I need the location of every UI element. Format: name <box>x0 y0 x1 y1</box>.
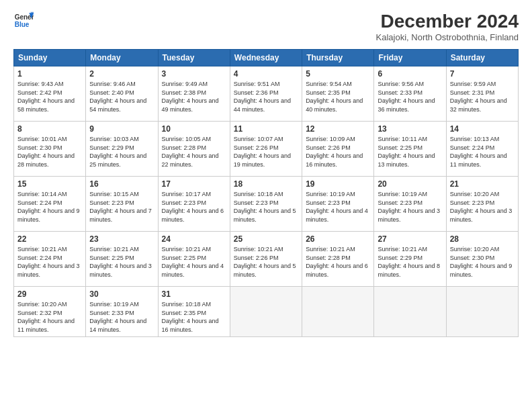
cell-details: Sunrise: 10:20 AMSunset: 2:32 PMDaylight… <box>17 300 82 334</box>
calendar-cell: 20Sunrise: 10:19 AMSunset: 2:23 PMDaylig… <box>374 177 446 232</box>
calendar-day-header: Monday <box>86 50 158 66</box>
cell-details: Sunrise: 9:59 AMSunset: 2:31 PMDaylight:… <box>450 80 515 113</box>
calendar-week-row: 22Sunrise: 10:21 AMSunset: 2:24 PMDaylig… <box>14 232 519 287</box>
calendar-cell: 27Sunrise: 10:21 AMSunset: 2:29 PMDaylig… <box>374 232 446 287</box>
day-number: 3 <box>162 69 226 79</box>
day-number: 13 <box>378 124 442 134</box>
day-number: 22 <box>17 234 82 244</box>
cell-details: Sunrise: 10:21 AMSunset: 2:28 PMDaylight… <box>306 245 370 279</box>
cell-details: Sunrise: 10:17 AMSunset: 2:23 PMDaylight… <box>162 190 226 224</box>
day-number: 30 <box>89 289 154 299</box>
day-number: 7 <box>450 69 515 79</box>
cell-details: Sunrise: 10:18 AMSunset: 2:23 PMDaylight… <box>234 190 298 224</box>
calendar-cell: 4Sunrise: 9:51 AMSunset: 2:36 PMDaylight… <box>230 66 302 122</box>
cell-details: Sunrise: 10:21 AMSunset: 2:29 PMDaylight… <box>378 245 442 279</box>
cell-details: Sunrise: 10:21 AMSunset: 2:25 PMDaylight… <box>162 245 226 279</box>
calendar-cell: 8Sunrise: 10:01 AMSunset: 2:30 PMDayligh… <box>14 122 86 177</box>
calendar-cell: 1Sunrise: 9:43 AMSunset: 2:42 PMDaylight… <box>14 66 86 122</box>
day-number: 12 <box>306 124 370 134</box>
page-subtitle: Kalajoki, North Ostrobothnia, Finland <box>376 32 519 42</box>
day-number: 20 <box>378 179 442 189</box>
calendar-day-header: Friday <box>374 50 446 66</box>
calendar-cell: 28Sunrise: 10:20 AMSunset: 2:30 PMDaylig… <box>446 232 518 287</box>
cell-details: Sunrise: 10:21 AMSunset: 2:24 PMDaylight… <box>17 245 82 279</box>
calendar-day-header: Sunday <box>14 50 86 66</box>
calendar-cell: 24Sunrise: 10:21 AMSunset: 2:25 PMDaylig… <box>158 232 230 287</box>
calendar-cell <box>374 287 446 337</box>
cell-details: Sunrise: 10:03 AMSunset: 2:29 PMDaylight… <box>89 135 154 169</box>
calendar-cell: 13Sunrise: 10:11 AMSunset: 2:25 PMDaylig… <box>374 122 446 177</box>
day-number: 4 <box>234 69 298 79</box>
day-number: 5 <box>306 69 370 79</box>
calendar-cell: 12Sunrise: 10:09 AMSunset: 2:26 PMDaylig… <box>302 122 374 177</box>
cell-details: Sunrise: 10:20 AMSunset: 2:23 PMDaylight… <box>450 190 515 224</box>
calendar-cell: 30Sunrise: 10:19 AMSunset: 2:33 PMDaylig… <box>86 287 158 337</box>
cell-details: Sunrise: 9:54 AMSunset: 2:35 PMDaylight:… <box>306 80 370 113</box>
calendar-table: SundayMondayTuesdayWednesdayThursdayFrid… <box>13 49 519 337</box>
day-number: 2 <box>89 69 154 79</box>
day-number: 23 <box>89 234 154 244</box>
calendar-day-header: Wednesday <box>230 50 302 66</box>
calendar-cell: 31Sunrise: 10:18 AMSunset: 2:35 PMDaylig… <box>158 287 230 337</box>
cell-details: Sunrise: 10:11 AMSunset: 2:25 PMDaylight… <box>378 135 442 169</box>
calendar-week-row: 15Sunrise: 10:14 AMSunset: 2:24 PMDaylig… <box>14 177 519 232</box>
calendar-week-row: 8Sunrise: 10:01 AMSunset: 2:30 PMDayligh… <box>14 122 519 177</box>
calendar-cell: 2Sunrise: 9:46 AMSunset: 2:40 PMDaylight… <box>86 66 158 122</box>
cell-details: Sunrise: 10:13 AMSunset: 2:24 PMDaylight… <box>450 135 515 169</box>
day-number: 10 <box>162 124 226 134</box>
calendar-cell: 17Sunrise: 10:17 AMSunset: 2:23 PMDaylig… <box>158 177 230 232</box>
cell-details: Sunrise: 10:21 AMSunset: 2:26 PMDaylight… <box>234 245 298 279</box>
day-number: 16 <box>89 179 154 189</box>
calendar-header-row: SundayMondayTuesdayWednesdayThursdayFrid… <box>14 50 519 66</box>
calendar-day-header: Saturday <box>446 50 518 66</box>
svg-text:Blue: Blue <box>15 21 30 28</box>
calendar-cell: 10Sunrise: 10:05 AMSunset: 2:28 PMDaylig… <box>158 122 230 177</box>
day-number: 29 <box>17 289 82 299</box>
calendar-cell: 6Sunrise: 9:56 AMSunset: 2:33 PMDaylight… <box>374 66 446 122</box>
day-number: 24 <box>162 234 226 244</box>
day-number: 28 <box>450 234 515 244</box>
calendar-cell <box>230 287 302 337</box>
page-title: December 2024 <box>376 11 519 32</box>
calendar-cell: 18Sunrise: 10:18 AMSunset: 2:23 PMDaylig… <box>230 177 302 232</box>
logo-icon: General Blue <box>13 11 34 31</box>
calendar-cell: 29Sunrise: 10:20 AMSunset: 2:32 PMDaylig… <box>14 287 86 337</box>
calendar-cell: 19Sunrise: 10:19 AMSunset: 2:23 PMDaylig… <box>302 177 374 232</box>
cell-details: Sunrise: 9:51 AMSunset: 2:36 PMDaylight:… <box>234 80 298 113</box>
calendar-cell <box>446 287 518 337</box>
calendar-cell: 26Sunrise: 10:21 AMSunset: 2:28 PMDaylig… <box>302 232 374 287</box>
cell-details: Sunrise: 10:21 AMSunset: 2:25 PMDaylight… <box>89 245 154 279</box>
calendar-cell: 5Sunrise: 9:54 AMSunset: 2:35 PMDaylight… <box>302 66 374 122</box>
cell-details: Sunrise: 9:56 AMSunset: 2:33 PMDaylight:… <box>378 80 442 113</box>
cell-details: Sunrise: 10:01 AMSunset: 2:30 PMDaylight… <box>17 135 82 169</box>
cell-details: Sunrise: 10:19 AMSunset: 2:23 PMDaylight… <box>378 190 442 224</box>
cell-details: Sunrise: 10:20 AMSunset: 2:30 PMDaylight… <box>450 245 515 279</box>
cell-details: Sunrise: 10:14 AMSunset: 2:24 PMDaylight… <box>17 190 82 224</box>
day-number: 19 <box>306 179 370 189</box>
day-number: 25 <box>234 234 298 244</box>
calendar-day-header: Tuesday <box>158 50 230 66</box>
calendar-cell: 9Sunrise: 10:03 AMSunset: 2:29 PMDayligh… <box>86 122 158 177</box>
calendar-cell: 23Sunrise: 10:21 AMSunset: 2:25 PMDaylig… <box>86 232 158 287</box>
day-number: 21 <box>450 179 515 189</box>
cell-details: Sunrise: 10:05 AMSunset: 2:28 PMDaylight… <box>162 135 226 169</box>
calendar-week-row: 1Sunrise: 9:43 AMSunset: 2:42 PMDaylight… <box>14 66 519 122</box>
page: General Blue December 2024 Kalajoki, Nor… <box>0 0 532 411</box>
cell-details: Sunrise: 9:43 AMSunset: 2:42 PMDaylight:… <box>17 80 82 113</box>
cell-details: Sunrise: 10:07 AMSunset: 2:26 PMDaylight… <box>234 135 298 169</box>
calendar-cell: 15Sunrise: 10:14 AMSunset: 2:24 PMDaylig… <box>14 177 86 232</box>
calendar-cell: 21Sunrise: 10:20 AMSunset: 2:23 PMDaylig… <box>446 177 518 232</box>
day-number: 31 <box>162 289 226 299</box>
calendar-cell: 3Sunrise: 9:49 AMSunset: 2:38 PMDaylight… <box>158 66 230 122</box>
cell-details: Sunrise: 10:09 AMSunset: 2:26 PMDaylight… <box>306 135 370 169</box>
calendar-cell: 7Sunrise: 9:59 AMSunset: 2:31 PMDaylight… <box>446 66 518 122</box>
calendar-cell: 11Sunrise: 10:07 AMSunset: 2:26 PMDaylig… <box>230 122 302 177</box>
calendar-cell: 22Sunrise: 10:21 AMSunset: 2:24 PMDaylig… <box>14 232 86 287</box>
day-number: 14 <box>450 124 515 134</box>
day-number: 1 <box>17 69 82 79</box>
cell-details: Sunrise: 9:46 AMSunset: 2:40 PMDaylight:… <box>89 80 154 113</box>
day-number: 18 <box>234 179 298 189</box>
day-number: 26 <box>306 234 370 244</box>
day-number: 17 <box>162 179 226 189</box>
calendar-cell: 25Sunrise: 10:21 AMSunset: 2:26 PMDaylig… <box>230 232 302 287</box>
